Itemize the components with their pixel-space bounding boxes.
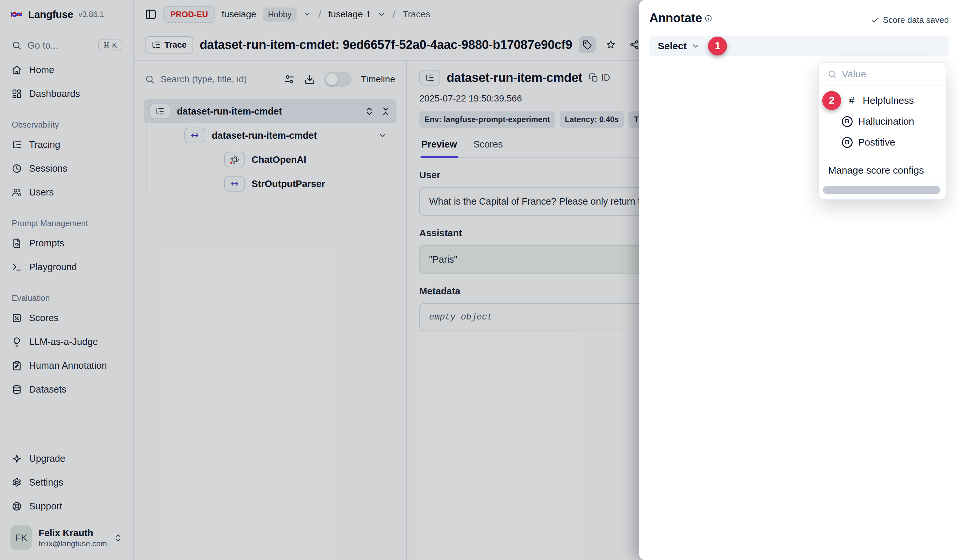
boolean-type-icon: B <box>840 116 854 127</box>
score-select-trigger[interactable]: Select 1 <box>649 36 949 56</box>
info-icon[interactable] <box>702 11 712 25</box>
dropdown-scrollbar-thumb[interactable] <box>823 186 941 194</box>
onboarding-step-2-badge: 2 <box>822 91 841 110</box>
dropdown-list: 2 # Helpfulness B Hallucination B Postit… <box>819 86 945 154</box>
save-status-label: Score data saved <box>883 15 949 25</box>
boolean-type-icon: B <box>840 137 854 148</box>
save-status: Score data saved <box>871 15 949 25</box>
circle-b-glyph: B <box>842 116 853 127</box>
score-option-label: Postitive <box>858 137 895 148</box>
dropdown-search <box>819 63 945 86</box>
score-option-hallucination[interactable]: B Hallucination <box>819 111 945 132</box>
annotate-header: Annotate Score data saved <box>649 11 949 25</box>
manage-score-configs-button[interactable]: Manage score configs <box>819 160 945 181</box>
dropdown-divider <box>819 157 945 157</box>
score-option-postitive[interactable]: B Postitive <box>819 132 945 153</box>
dropdown-scrollbar-track <box>819 183 945 197</box>
dropdown-search-input[interactable] <box>842 68 937 79</box>
numeric-type-icon: # <box>844 95 859 106</box>
score-option-label: Hallucination <box>858 116 914 127</box>
select-label: Select <box>658 40 687 52</box>
info-circle-icon <box>704 14 712 22</box>
search-icon <box>828 70 837 79</box>
chevron-down-icon <box>691 41 700 51</box>
score-option-helpfulness[interactable]: 2 # Helpfulness <box>819 90 945 111</box>
annotate-drawer: Annotate Score data saved Select 1 2 # H… <box>639 0 958 560</box>
check-icon <box>871 16 879 24</box>
onboarding-step-1-badge: 1 <box>708 36 727 56</box>
score-option-label: Helpfulness <box>863 95 914 106</box>
score-config-dropdown: 2 # Helpfulness B Hallucination B Postit… <box>818 62 946 200</box>
annotate-title: Annotate <box>649 11 712 25</box>
circle-b-glyph: B <box>842 137 853 148</box>
annotate-title-text: Annotate <box>649 11 702 25</box>
